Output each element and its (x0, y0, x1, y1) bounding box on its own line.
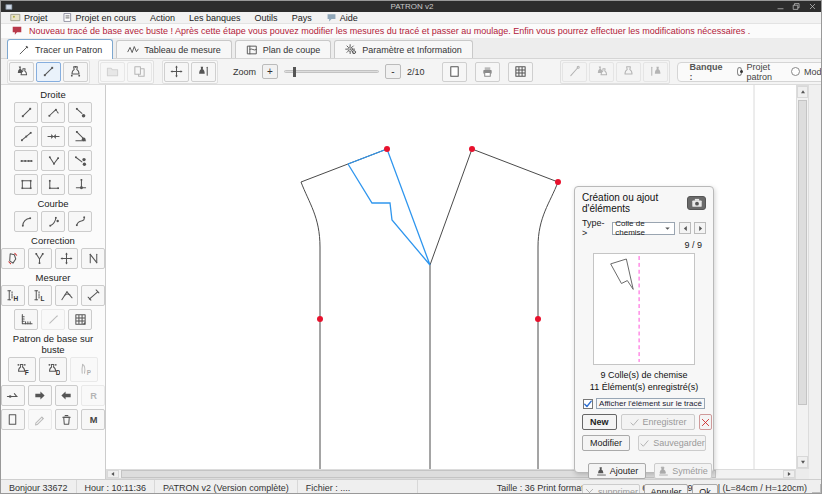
tool-bust-back[interactable]: D (39, 357, 67, 382)
needle-tool[interactable] (562, 62, 587, 82)
tool-bust-front[interactable]: F (8, 357, 36, 382)
modify-button[interactable]: Modifier (582, 435, 630, 451)
busts-tool[interactable] (589, 62, 614, 82)
vertical-scrollbar[interactable] (796, 85, 809, 469)
pan-tool[interactable] (164, 62, 189, 82)
tool-reshape[interactable] (1, 248, 25, 269)
tool-ruler-corner[interactable] (14, 309, 38, 330)
menu-les-banques[interactable]: Les banques (182, 12, 248, 24)
bust-measure-tool[interactable] (191, 62, 216, 82)
tool-angle-tool[interactable] (41, 174, 65, 195)
tool-arrow-right[interactable] (28, 385, 52, 406)
resize-grip[interactable] (812, 484, 822, 494)
element-type-select[interactable]: Colle de chemise (612, 222, 675, 235)
minimize-button[interactable] (774, 2, 787, 11)
scroll-down-button[interactable] (797, 456, 808, 468)
bust-points-tool[interactable] (63, 62, 88, 82)
zoom-in-button[interactable]: + (262, 64, 278, 79)
tool-pen-tool[interactable] (28, 409, 52, 430)
tool-letter-m[interactable]: M (81, 409, 105, 430)
anchor-point[interactable] (317, 316, 323, 322)
bar-bust-tool[interactable] (643, 62, 668, 82)
tool-straighten[interactable] (81, 248, 105, 269)
next-element-button[interactable] (694, 222, 706, 234)
tool-trash[interactable] (55, 409, 79, 430)
menu-projet[interactable]: Projet (3, 12, 55, 24)
tool-fork[interactable] (41, 150, 65, 171)
cancel-button[interactable]: Annuler (644, 484, 688, 494)
tab-tracer-un-patron[interactable]: Tracer un Patron (7, 39, 113, 59)
bust-document-tool[interactable] (127, 62, 152, 82)
tab-tableau-de-mesure[interactable]: Tableau de mesure (116, 40, 232, 58)
tool-segment-midpoint[interactable] (14, 126, 38, 147)
tab-plan-de-coupe[interactable]: Plan de coupe (235, 40, 332, 58)
tool-parallel-points[interactable] (68, 150, 92, 171)
prev-element-button[interactable] (679, 222, 691, 234)
anchor-point[interactable] (535, 316, 541, 322)
vertical-scroll-track[interactable] (797, 98, 808, 456)
tool-fork-adjust[interactable] (28, 248, 52, 269)
new-button[interactable]: New (582, 414, 617, 430)
scroll-left-button[interactable] (107, 470, 119, 478)
tool-grid-corner[interactable] (68, 309, 92, 330)
menu-outils[interactable]: Outils (248, 12, 285, 24)
anchor-point[interactable] (469, 146, 475, 152)
tool-segment-plain[interactable] (41, 309, 65, 330)
menu-aide[interactable]: Aide (319, 12, 365, 24)
snapshot-button[interactable] (687, 196, 706, 210)
zoom-slider[interactable] (284, 70, 379, 73)
menu-projet-en-cours[interactable]: Projet en cours (55, 12, 144, 24)
tool-segment-angle[interactable] (41, 102, 65, 123)
menu-action[interactable]: Action (143, 12, 182, 24)
remove-button[interactable]: supprimer (582, 484, 640, 494)
tool-polyline-dots[interactable] (14, 150, 38, 171)
tool-rectangle-tool[interactable] (14, 174, 38, 195)
line-tool[interactable] (36, 62, 61, 82)
print-button[interactable] (475, 62, 500, 82)
tool-page[interactable] (1, 409, 25, 430)
anchor-point[interactable] (555, 179, 561, 185)
zoom-out-button[interactable]: - (385, 64, 401, 79)
tool-letter-r[interactable]: R (81, 385, 105, 406)
tab-parametre-et-information[interactable]: Paramètre et Information (334, 40, 473, 58)
delete-x-button[interactable] (699, 414, 712, 430)
tool-curve-c[interactable] (68, 211, 92, 232)
show-element-checkbox[interactable] (583, 399, 593, 409)
tool-arrow-left[interactable] (55, 385, 79, 406)
tool-measure-l[interactable]: L (28, 285, 52, 306)
ok-button[interactable]: Ok (692, 484, 718, 494)
close-button[interactable] (806, 2, 819, 11)
open-folder-tool[interactable] (100, 62, 125, 82)
anchor-point[interactable] (384, 146, 390, 152)
tool-measure-seg[interactable] (81, 285, 105, 306)
tool-points-move[interactable] (55, 248, 79, 269)
add-button[interactable]: Ajouter (588, 463, 646, 479)
save-button[interactable]: Enregistrer (621, 414, 695, 430)
grid-button[interactable] (508, 62, 533, 82)
symmetry-button[interactable]: Symétrie (654, 463, 712, 479)
tool-segment-drop-point[interactable] (68, 102, 92, 123)
zoom-slider-thumb[interactable] (293, 67, 296, 77)
radio-button[interactable] (737, 67, 743, 76)
tool-measure-angle[interactable] (55, 285, 79, 306)
tool-bowtie[interactable] (41, 126, 65, 147)
vertical-scroll-thumb[interactable] (798, 100, 807, 405)
menu-pays[interactable]: Pays (285, 12, 319, 24)
scroll-up-button[interactable] (797, 86, 808, 98)
page-view-button[interactable] (442, 62, 467, 82)
tool-segment-two-points[interactable] (14, 102, 38, 123)
radio-button[interactable] (791, 67, 800, 76)
restore-button[interactable] (790, 2, 803, 11)
tool-dart[interactable] (1, 385, 25, 406)
tool-measure-h[interactable]: H (1, 285, 25, 306)
banque-option-modele[interactable]: Modèle (791, 62, 822, 82)
tool-corner-point[interactable] (68, 126, 92, 147)
bust-pair-tool[interactable] (9, 62, 34, 82)
tool-curve-b[interactable] (41, 211, 65, 232)
tool-curve-a[interactable] (14, 211, 38, 232)
backup-button[interactable]: Sauvegarder (638, 435, 706, 451)
scroll-right-button[interactable] (783, 470, 795, 478)
tool-sleeve[interactable]: P (70, 357, 98, 382)
tool-perp-foot[interactable] (68, 174, 92, 195)
bust-tool[interactable] (616, 62, 641, 82)
